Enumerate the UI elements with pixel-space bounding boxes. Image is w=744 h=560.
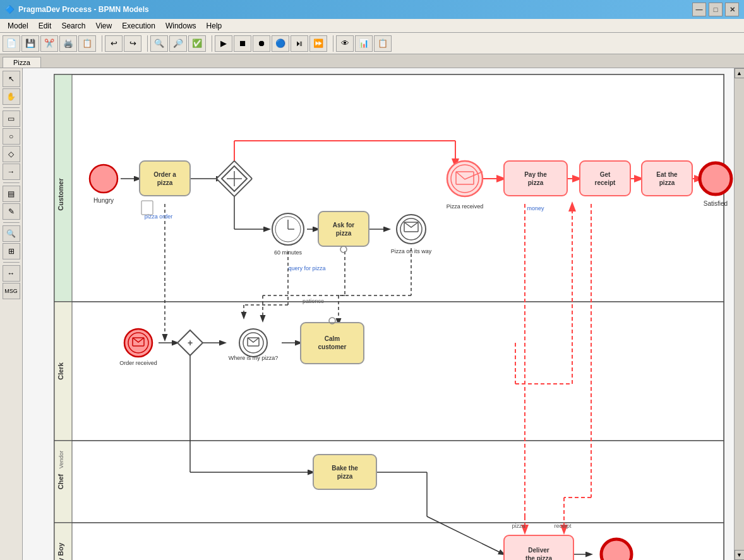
save-button[interactable]: 💾 (21, 35, 39, 52)
menu-help[interactable]: Help (201, 20, 227, 32)
report-button[interactable]: 📋 (374, 35, 392, 52)
msg-tool[interactable]: MSG (3, 283, 20, 299)
deliver-label2: the pizza (525, 555, 553, 560)
pay-pizza-label2: pizza (528, 179, 544, 186)
vendor-lane-label: Chef (57, 474, 64, 489)
svg-rect-5 (54, 441, 724, 523)
title-bar-left: 🔷 PragmaDev Process - BPMN Models (5, 5, 149, 14)
order-received-label: Order received (119, 360, 157, 366)
flow-tool[interactable]: → (3, 164, 20, 180)
pizza-flow-label: pizza (512, 523, 525, 529)
pizza-received-event[interactable] (447, 161, 483, 196)
gateway-tool[interactable]: ◇ (3, 146, 20, 162)
menu-search[interactable]: Search (56, 20, 90, 32)
lt-sep-4 (3, 262, 20, 263)
scroll-up-arrow[interactable]: ▲ (735, 68, 745, 78)
get-receipt-label1: Get (600, 171, 611, 178)
menu-view[interactable]: View (90, 20, 117, 32)
svg-rect-51 (141, 201, 153, 215)
svg-rect-3 (54, 302, 724, 441)
token-button[interactable]: 🔵 (272, 35, 289, 52)
eat-pizza-task[interactable] (642, 161, 692, 196)
query-for-pizza-label: query for pizza (288, 265, 325, 271)
satisfied-event[interactable] (700, 163, 731, 194)
deliver-label1: Deliver (528, 547, 549, 554)
validate-button[interactable]: ✅ (188, 35, 206, 52)
svg-text:pizza: pizza (157, 179, 173, 186)
annotation-tool[interactable]: ✎ (3, 203, 20, 220)
chart-button[interactable]: 📊 (355, 35, 373, 52)
order-pizza-label: Order a (153, 171, 176, 178)
fit-tool[interactable]: ⊞ (3, 243, 20, 259)
maximize-button[interactable]: □ (709, 3, 723, 16)
connect-tool[interactable]: ↔ (3, 265, 20, 282)
calm-label1: Calm (325, 335, 340, 342)
eat-pizza-label1: Eat the (656, 171, 678, 178)
menu-execution[interactable]: Execution (117, 20, 160, 32)
get-receipt-task[interactable] (580, 161, 630, 196)
pizza-onway-label: Pizza on its way (391, 248, 432, 254)
order-pizza-task[interactable] (140, 161, 190, 196)
scroll-down-arrow[interactable]: ▼ (735, 550, 745, 560)
patience-label: patience (303, 298, 324, 304)
menu-bar: Model Edit Search View Execution Windows… (0, 19, 744, 33)
close-button[interactable]: ✕ (725, 3, 739, 16)
satisfied-label: Satisfied (704, 200, 728, 207)
lt-sep-2 (3, 182, 20, 183)
where-pizza-label: Where is my pizza? (229, 355, 279, 361)
new-button[interactable]: 📄 (3, 35, 20, 52)
hungry-event[interactable] (90, 165, 117, 193)
hand-tool[interactable]: ✋ (3, 88, 20, 105)
lt-sep-3 (3, 222, 20, 223)
menu-windows[interactable]: Windows (160, 20, 201, 32)
money-label: money (527, 205, 544, 211)
tab-pizza[interactable]: Pizza (3, 57, 41, 68)
toolbar-sep-3 (208, 35, 212, 52)
event-tool[interactable]: ○ (3, 128, 20, 145)
gateway2-plus: + (188, 338, 193, 348)
zoom-out-button[interactable]: 🔎 (169, 35, 187, 52)
toolbar-sep-1 (99, 35, 102, 52)
redo-button[interactable]: ↪ (124, 35, 141, 52)
bake-label2: pizza (337, 473, 353, 480)
cut-button[interactable]: ✂️ (40, 35, 58, 52)
record-button[interactable]: ⏺ (253, 35, 270, 52)
minimize-button[interactable]: — (692, 3, 706, 16)
pizza-order-label: pizza order (145, 213, 173, 220)
pizza-onway-event[interactable] (397, 215, 426, 244)
menu-edit[interactable]: Edit (33, 20, 57, 32)
menu-model[interactable]: Model (3, 20, 33, 32)
main-area: ↖ ✋ ▭ ○ ◇ → ▤ ✎ 🔍 ⊞ ↔ MSG Customer (0, 68, 744, 560)
pool-tool[interactable]: ▤ (3, 186, 20, 202)
pizza-received-label: Pizza received (447, 203, 484, 210)
eye-button[interactable]: 👁 (336, 35, 354, 52)
pay-pizza-task[interactable] (504, 161, 567, 196)
ask-pizza-label2: pizza (336, 230, 352, 237)
task-tool[interactable]: ▭ (3, 110, 20, 127)
step-button[interactable]: ⏯ (291, 35, 308, 52)
customer-lane-label: Customer (57, 178, 64, 211)
play-button[interactable]: ▶ (215, 35, 232, 52)
stop-button[interactable]: ⏹ (234, 35, 251, 52)
app-icon: 🔷 (5, 5, 15, 14)
timer-label: 60 minutes (274, 249, 303, 256)
vendor-sub-label: Vendor (58, 451, 64, 469)
zoom-tool[interactable]: 🔍 (3, 225, 20, 242)
undo-button[interactable]: ↩ (105, 35, 123, 52)
fast-button[interactable]: ⏩ (309, 35, 327, 52)
ask-pizza-task[interactable] (318, 211, 369, 246)
eat-pizza-label2: pizza (659, 179, 675, 186)
bpmn-canvas: Customer Clerk Chef Vendor Delivery Boy (23, 68, 734, 560)
select-tool[interactable]: ↖ (3, 71, 20, 87)
delivery-end-event[interactable] (601, 539, 632, 560)
app-title: PragmaDev Process - BPMN Models (18, 5, 149, 14)
print-button[interactable]: 🖨️ (59, 35, 77, 52)
bake-pizza-task[interactable] (313, 455, 376, 489)
right-scrollbar[interactable]: ▲ ▼ (734, 68, 744, 560)
title-bar: 🔷 PragmaDev Process - BPMN Models — □ ✕ (0, 0, 744, 19)
zoom-in-button[interactable]: 🔍 (150, 35, 168, 52)
title-bar-controls[interactable]: — □ ✕ (692, 3, 739, 16)
toolbar-sep-4 (330, 35, 333, 52)
ask-pizza-label1: Ask for (333, 222, 355, 229)
paste-button[interactable]: 📋 (78, 35, 96, 52)
